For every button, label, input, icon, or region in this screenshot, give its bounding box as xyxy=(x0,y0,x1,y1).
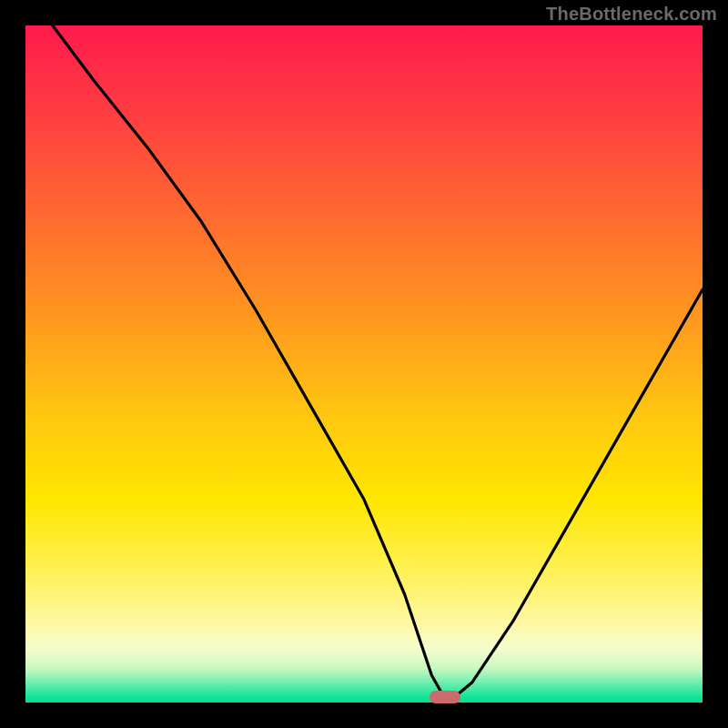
minimum-marker xyxy=(430,691,460,703)
chart-frame: TheBottleneck.com xyxy=(0,0,728,728)
plot-area xyxy=(25,25,703,703)
watermark-text: TheBottleneck.com xyxy=(546,4,717,25)
bottleneck-curve xyxy=(25,25,703,703)
